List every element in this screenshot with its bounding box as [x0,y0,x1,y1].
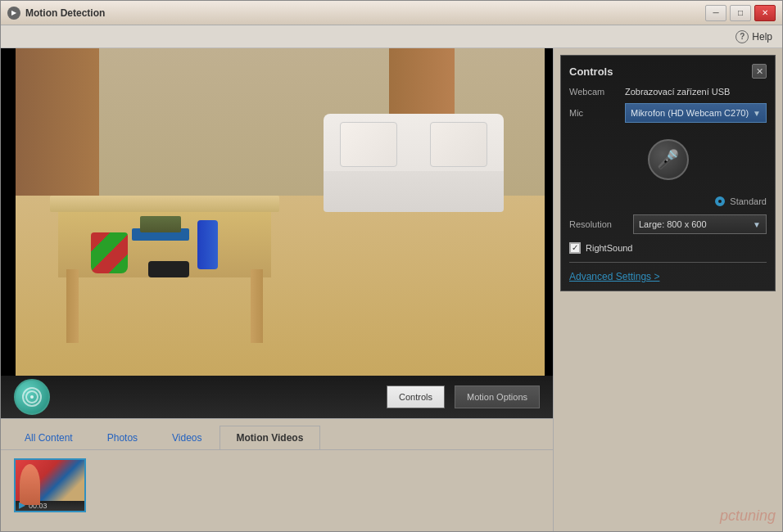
sofa-pillow-left [340,122,397,167]
maximize-button[interactable]: □ [730,5,751,21]
title-bar: ▶ Motion Detection ─ □ ✕ [1,1,782,25]
help-link[interactable]: ? Help [735,30,772,43]
advanced-settings-link[interactable]: Advanced Settings > [569,271,767,282]
thumbnail-image [16,460,84,501]
right-panel: Controls ✕ Webcam Zobrazovací zařízení U… [553,48,782,531]
checkbox-checkmark: ✓ [572,244,578,252]
sofa-pillow-right [430,122,487,167]
close-window-button[interactable]: ✕ [754,5,776,21]
table-leg-left [66,269,79,343]
main-window: ▶ Motion Detection ─ □ ✕ ? Help [0,0,783,532]
phone-stand [197,220,218,269]
standard-radio[interactable] [715,196,725,206]
thumbnail-person [20,464,40,505]
standard-label: Standard [730,196,767,206]
sofa [324,114,504,212]
app-icon: ▶ [7,7,20,20]
main-content: Controls Motion Options All Content Phot… [1,48,782,531]
minimize-button[interactable]: ─ [705,5,726,21]
room-scene [1,48,553,376]
window-title: Motion Detection [25,7,705,19]
cup [91,232,128,273]
left-panel: Controls Motion Options All Content Phot… [1,48,553,531]
tab-videos[interactable]: Videos [155,425,219,449]
controls-settings-panel: Controls ✕ Webcam Zobrazovací zařízení U… [560,55,776,291]
controls-panel-close-button[interactable]: ✕ [752,64,767,79]
video-controls-bar: Controls Motion Options [1,376,553,418]
window-controls: ─ □ ✕ [705,5,776,21]
microphone-icon: 🎤 [657,149,679,170]
table-surface [58,212,271,277]
wood-panel-left [1,48,99,212]
motion-options-button[interactable]: Motion Options [455,385,540,408]
tab-all-content[interactable]: All Content [7,425,90,449]
bottom-right-area: pctuning [554,298,782,531]
webcam-label: Webcam [569,87,618,97]
video-container [1,48,553,376]
standard-row: Standard [569,196,767,206]
tab-photos[interactable]: Photos [90,425,155,449]
mic-label: Mic [569,108,618,118]
webcam-row: Webcam Zobrazovací zařízení USB [569,87,767,97]
resolution-select[interactable]: Large: 800 x 600 ▼ [633,214,767,234]
rightsound-row: ✓ RightSound [569,242,767,254]
bottom-tabs: All Content Photos Videos Motion Videos [1,418,553,449]
webcam-value: Zobrazovací zařízení USB [625,87,767,97]
divider [569,262,767,263]
controls-panel-title: Controls [569,65,613,78]
watch [148,261,189,277]
sofa-seat [324,171,504,212]
mic-button-area: 🎤 [569,129,767,196]
resolution-select-arrow: ▼ [753,220,761,229]
mic-select-arrow: ▼ [753,109,761,118]
black-border-right [545,48,553,376]
mic-select[interactable]: Mikrofon (HD Webcam C270) ▼ [625,103,767,123]
controls-panel-header: Controls ✕ [569,64,767,79]
thumbnail-item[interactable]: 00:03 [14,458,86,512]
table-top [50,196,279,212]
help-bar: ? Help [1,25,782,48]
help-label: Help [752,31,772,43]
resolution-value: Large: 800 x 600 [639,219,707,229]
mic-select-value: Mikrofon (HD Webcam C270) [631,108,749,118]
radio-inner [718,200,722,203]
resolution-row: Resolution Large: 800 x 600 ▼ [569,214,767,234]
tab-motion-videos[interactable]: Motion Videos [220,426,321,450]
help-icon: ? [735,30,749,43]
black-border-left [1,48,16,376]
record-target-icon [22,387,42,407]
pctuning-watermark: pctuning [720,507,776,525]
video-frame [1,48,553,376]
record-button[interactable] [14,379,50,415]
mic-row: Mic Mikrofon (HD Webcam C270) ▼ [569,103,767,123]
mic-toggle-button[interactable]: 🎤 [648,139,689,180]
controls-tab-button[interactable]: Controls [387,385,445,408]
rightsound-label: RightSound [586,243,633,253]
resolution-label: Resolution [569,219,627,229]
table-leg-right [251,269,263,343]
tank-toy [140,216,181,232]
table [50,196,279,343]
rightsound-checkbox[interactable]: ✓ [569,242,581,254]
thumbnails-area: 00:03 [1,449,553,531]
